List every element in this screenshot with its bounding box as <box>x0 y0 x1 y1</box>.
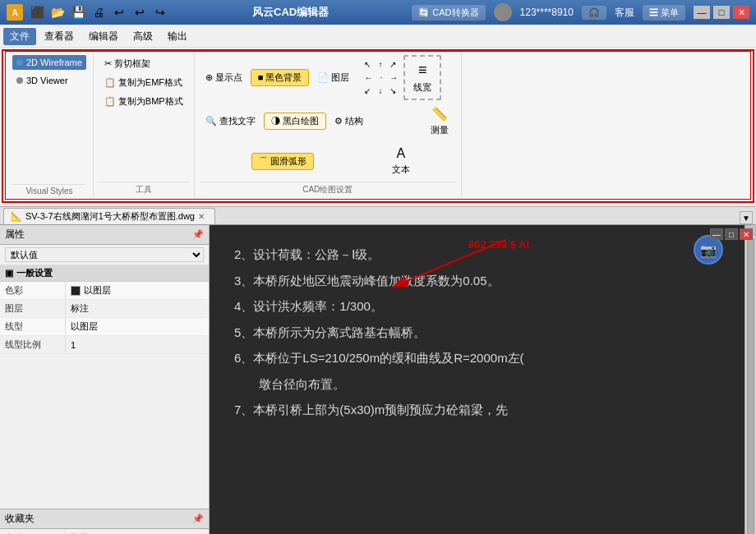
qb-undo[interactable]: ↩ <box>110 3 128 21</box>
cut-frame-btn[interactable]: ✂ 剪切框架 <box>99 55 156 72</box>
vs-2d-wireframe[interactable]: 2D Wireframe <box>12 55 86 70</box>
cad-row1: ⊕ 显示点 ■ 黑色背景 📄 图层 ↖ ↑ <box>200 55 456 100</box>
tab-scroll-down-btn[interactable]: ▼ <box>740 211 753 224</box>
scroll-thumb[interactable] <box>747 238 754 534</box>
layer-btn[interactable]: 📄 图层 <box>311 69 355 86</box>
menu-edit[interactable]: 编辑器 <box>82 28 125 45</box>
black-bg-btn[interactable]: ■ 黑色背景 <box>251 69 310 86</box>
bg-icon: ■ <box>258 72 264 82</box>
linewidth-btn[interactable]: ≡ 线宽 <box>403 55 441 100</box>
app-title: 风云CAD编辑器 <box>169 5 412 20</box>
qb-open[interactable]: 📂 <box>48 3 67 21</box>
prop-value-linetype[interactable]: 以图层 <box>66 318 209 335</box>
nav-u[interactable]: ↑ <box>375 58 385 71</box>
show-points-btn[interactable]: ⊕ 显示点 <box>200 69 248 86</box>
tools-label: 工具 <box>99 182 189 196</box>
titlebar-left: A ⬛ 📂 💾 🖨 ↩ ↩ ↪ <box>7 3 169 21</box>
vs-3d-dot <box>16 77 23 84</box>
properties-title: 属性 <box>5 228 25 242</box>
prop-filter-select[interactable]: 默认值 <box>5 247 204 262</box>
prop-value-layer[interactable]: 标注 <box>66 300 209 317</box>
hamburger-icon: ☰ <box>649 7 658 17</box>
app-icon: A <box>7 4 23 21</box>
copy-emf-btn[interactable]: 📋 复制为EMF格式 <box>99 74 188 91</box>
quickbar-icons: ⬛ 📂 💾 🖨 ↩ ↩ ↪ <box>28 3 169 21</box>
tools-row2: 📋 复制为EMF格式 <box>99 74 189 91</box>
cad-row3: ⌒ 圆滑弧形 A 文本 <box>200 142 456 180</box>
cad-converter-btn[interactable]: 🔄 CAD转换器 <box>412 5 485 21</box>
drawing-line5: 6、本桥位于LS=210/250m的缓和曲线及R=2000m左( <box>234 345 731 371</box>
prop-row-linescale: 线型比例 1 <box>0 336 209 354</box>
smooth-arc-btn[interactable]: ⌒ 圆滑弧形 <box>251 153 314 170</box>
user-id: 123****8910 <box>520 7 574 18</box>
favorites-table: 名称 路径 <box>0 529 209 534</box>
close-btn[interactable]: ✕ <box>733 6 749 19</box>
nav-dr[interactable]: ↘ <box>386 85 399 97</box>
layer-icon: 📄 <box>317 72 329 83</box>
measure-btn[interactable]: 📏 测量 <box>423 102 456 140</box>
qb-redo[interactable]: ↪ <box>151 3 169 21</box>
prop-table: ▣ 一般设置 色彩 以图层 图层 标注 线型 以图层 <box>0 265 209 509</box>
qb-undo2[interactable]: ↩ <box>131 3 149 21</box>
bw-drawing-btn[interactable]: ◑ 黑白绘图 <box>264 113 326 130</box>
canvas-scrollbar-v[interactable]: ▲ ▼ <box>744 225 756 534</box>
maximize-btn[interactable]: □ <box>713 6 730 19</box>
text-btn[interactable]: A 文本 <box>385 142 417 180</box>
cad-settings-label: CAD绘图设置 <box>200 182 456 196</box>
measure-icon: 📏 <box>431 106 448 122</box>
nav-ul[interactable]: ↖ <box>361 58 374 71</box>
tab-close-btn[interactable]: ✕ <box>198 212 205 221</box>
nav-dl[interactable]: ↙ <box>361 85 374 97</box>
prop-group-general: ▣ 一般设置 <box>0 265 209 282</box>
qb-new[interactable]: ⬛ <box>28 3 46 21</box>
canvas-close-btn[interactable]: ✕ <box>740 228 753 240</box>
favorites-title: 收藏夹 <box>5 512 35 526</box>
menu-view[interactable]: 查看器 <box>38 28 81 45</box>
fav-header-row: 名称 路径 <box>0 529 209 534</box>
tab-dwg[interactable]: 📐 SV-3-7右线阕潴河1号大桥桥型布置图.dwg ✕ <box>3 208 215 224</box>
prop-name-linetype: 线型 <box>0 318 66 335</box>
nav-c[interactable]: · <box>376 71 385 84</box>
bw-icon: ◑ <box>271 116 280 126</box>
qb-print[interactable]: 🖨 <box>90 3 108 21</box>
visual-styles-label: Visual Styles <box>12 184 86 196</box>
nav-r[interactable]: → <box>386 71 401 84</box>
window-controls: — □ ✕ <box>694 6 749 19</box>
menu-advanced[interactable]: 高级 <box>127 28 159 45</box>
minimize-btn[interactable]: — <box>694 6 710 19</box>
structure-btn[interactable]: ⚙ 结构 <box>329 113 369 130</box>
qb-save[interactable]: 💾 <box>69 3 87 21</box>
nav-row2: ← · → <box>361 71 401 84</box>
nav-l[interactable]: ← <box>361 71 376 84</box>
menu-file[interactable]: 文件 <box>3 28 36 45</box>
favorites-pin-icon[interactable]: 📌 <box>192 513 204 524</box>
copy-icon: 📋 <box>104 77 116 88</box>
nav-ur[interactable]: ↗ <box>386 58 399 71</box>
find-text-btn[interactable]: 🔍 查找文字 <box>200 113 261 130</box>
canvas-minimize-btn[interactable]: — <box>710 228 723 240</box>
text-icon: A <box>396 146 405 161</box>
favorites-header: 收藏夹 📌 <box>0 509 209 529</box>
menu-output[interactable]: 输出 <box>161 28 194 45</box>
headset-icon-btn[interactable]: 🎧 <box>582 6 606 20</box>
main-area: 属性 📌 默认值 ▣ 一般设置 色彩 以图层 图层 <box>0 225 756 534</box>
copy-bmp-btn[interactable]: 📋 复制为BMP格式 <box>99 93 189 110</box>
tab-scroll: ▼ <box>740 211 753 224</box>
vs-3d-viewer[interactable]: 3D Viewer <box>12 73 86 88</box>
prop-row-color: 色彩 以图层 <box>0 282 209 300</box>
menu-btn[interactable]: ☰ 菜单 <box>643 5 685 21</box>
tab-icon: 📐 <box>11 211 22 222</box>
properties-pin-icon[interactable]: 📌 <box>192 229 204 240</box>
service-label: 客服 <box>615 6 634 20</box>
prop-value-linescale[interactable]: 1 <box>66 336 209 353</box>
tab-label: SV-3-7右线阕潴河1号大桥桥型布置图.dwg <box>25 210 195 223</box>
prop-value-color[interactable]: 以图层 <box>66 282 209 299</box>
nav-d[interactable]: ↓ <box>375 85 385 97</box>
nav-row1: ↖ ↑ ↗ <box>361 58 401 71</box>
canvas-window-controls: — □ ✕ <box>710 228 753 240</box>
canvas-restore-btn[interactable]: □ <box>725 228 738 240</box>
fav-col-path: 路径 <box>66 529 209 534</box>
point-icon: ⊕ <box>205 72 213 83</box>
drawing-line1: 2、设计荷载：公路－Ⅰ级。 <box>234 242 731 268</box>
user-avatar <box>494 3 512 21</box>
